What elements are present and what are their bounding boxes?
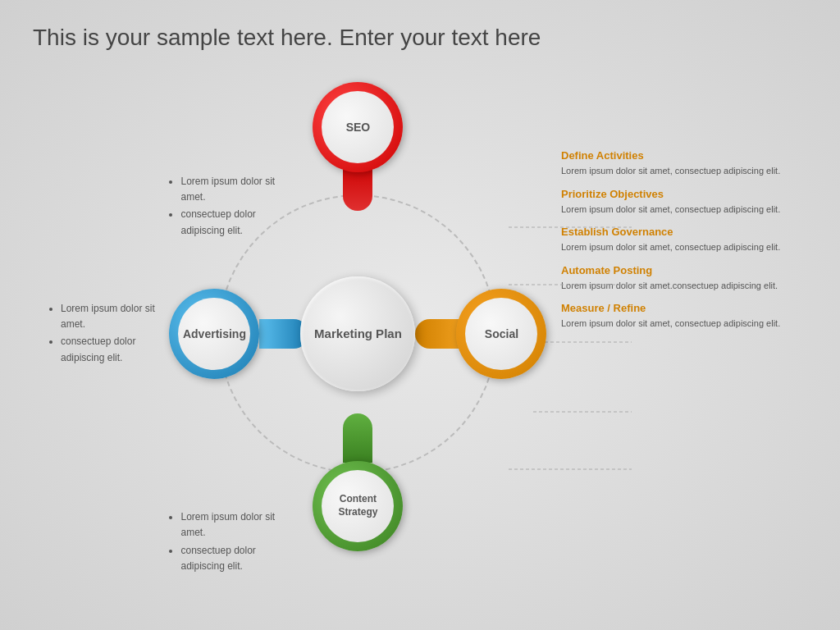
content-node: Content Strategy bbox=[313, 461, 403, 551]
seo-label: SEO bbox=[322, 91, 394, 163]
content-label: Content Strategy bbox=[322, 470, 394, 542]
social-label: Social bbox=[465, 298, 537, 370]
info-body-3: Lorem ipsum dolor sit amet.consectuер ad… bbox=[561, 279, 807, 293]
advertising-outer-ring: Advertising bbox=[169, 289, 259, 379]
page-title: This is your sample text here. Enter you… bbox=[33, 25, 807, 51]
bullet-bottom-2: consectuер dolor adipiscing elit. bbox=[180, 543, 300, 574]
social-outer-ring: Social bbox=[456, 289, 546, 379]
right-panels: Define Activities Lorem ipsum dolor sit … bbox=[561, 149, 807, 340]
center-label: Marketing Plan bbox=[314, 326, 402, 342]
info-title-4: Measure / Refine bbox=[561, 302, 807, 314]
bullet-left-1: Lorem ipsum dolor sit amet. bbox=[61, 301, 180, 332]
content-outer-ring: Content Strategy bbox=[313, 461, 403, 551]
info-title-2: Establish Governance bbox=[561, 226, 807, 238]
bullet-left: Lorem ipsum dolor sit amet. consectuер d… bbox=[49, 301, 180, 368]
info-body-2: Lorem ipsum dolor sit amet, consectuер a… bbox=[561, 240, 807, 254]
bullet-top-1: Lorem ipsum dolor sit amet. bbox=[180, 174, 300, 205]
info-title-0: Define Activities bbox=[561, 149, 807, 162]
center-circle: Marketing Plan bbox=[300, 276, 415, 391]
seo-outer-ring: SEO bbox=[313, 82, 403, 172]
info-panel-4: Measure / Refine Lorem ipsum dolor sit a… bbox=[561, 302, 807, 331]
bullet-left-2: consectuер dolor adipiscing elit. bbox=[61, 334, 180, 365]
info-panel-3: Automate Posting Lorem ipsum dolor sit a… bbox=[561, 264, 807, 293]
info-title-3: Automate Posting bbox=[561, 264, 807, 276]
info-panel-0: Define Activities Lorem ipsum dolor sit … bbox=[561, 149, 807, 178]
info-title-1: Prioritize Objectives bbox=[561, 188, 807, 200]
info-body-1: Lorem ipsum dolor sit amet, consectuер a… bbox=[561, 203, 807, 217]
bullet-bottom-1: Lorem ipsum dolor sit amet. bbox=[180, 509, 300, 541]
content-connector bbox=[343, 413, 372, 463]
advertising-node: Advertising bbox=[169, 289, 259, 379]
diagram-area: Marketing Plan SEO Social Advertising bbox=[33, 67, 807, 600]
info-body-0: Lorem ipsum dolor sit amet, consectuер a… bbox=[561, 164, 807, 178]
info-panel-2: Establish Governance Lorem ipsum dolor s… bbox=[561, 226, 807, 254]
advertising-label: Advertising bbox=[178, 298, 250, 370]
seo-node: SEO bbox=[313, 82, 403, 172]
social-node: Social bbox=[456, 289, 546, 379]
bullet-bottom: Lorem ipsum dolor sit amet. consectuер d… bbox=[169, 509, 300, 576]
info-body-4: Lorem ipsum dolor sit amet, consectuер a… bbox=[561, 317, 807, 331]
slide: This is your sample text here. Enter you… bbox=[0, 0, 840, 630]
info-panel-1: Prioritize Objectives Lorem ipsum dolor … bbox=[561, 188, 807, 217]
